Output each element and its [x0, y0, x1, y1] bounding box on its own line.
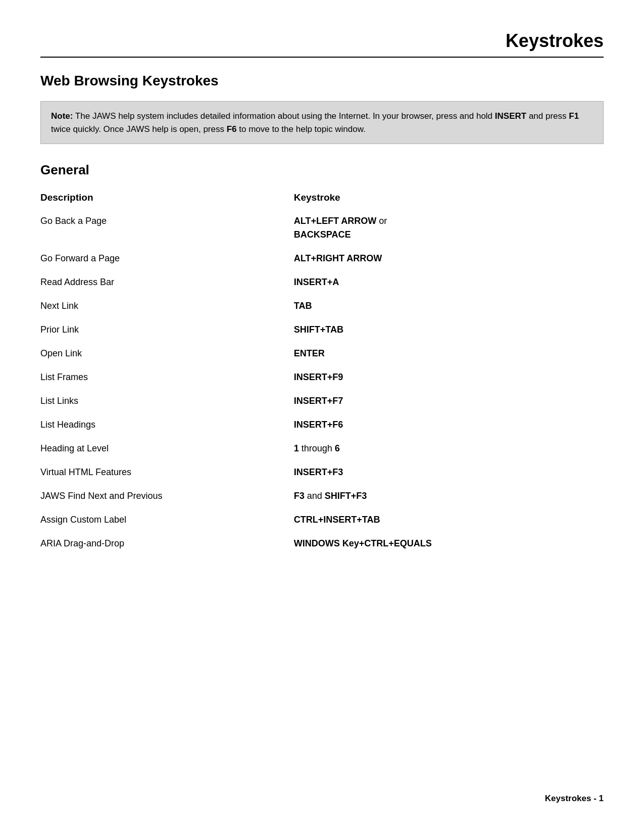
row-description: Go Back a Page: [40, 209, 294, 247]
section-heading: Web Browsing Keystrokes: [40, 73, 604, 89]
row-keystroke: WINDOWS Key+CTRL+EQUALS: [294, 532, 604, 555]
row-description: Heading at Level: [40, 437, 294, 460]
col-keystroke-header: Keystroke: [294, 188, 604, 209]
row-keystroke: SHIFT+TAB: [294, 318, 604, 342]
table-row: Open Link ENTER: [40, 342, 604, 365]
table-row: Go Forward a Page ALT+RIGHT ARROW: [40, 247, 604, 270]
page-number: Keystrokes - 1: [545, 794, 604, 803]
row-keystroke: CTRL+INSERT+TAB: [294, 508, 604, 532]
table-row: Next Link TAB: [40, 294, 604, 318]
row-description: Next Link: [40, 294, 294, 318]
note-label: Note:: [51, 111, 73, 121]
table-row: List Frames INSERT+F9: [40, 365, 604, 389]
general-heading: General: [40, 162, 604, 178]
row-description: List Links: [40, 389, 294, 413]
row-description: Go Forward a Page: [40, 247, 294, 270]
row-description: Virtual HTML Features: [40, 460, 294, 484]
page-footer: Keystrokes - 1: [545, 794, 604, 804]
table-row: JAWS Find Next and Previous F3 and SHIFT…: [40, 484, 604, 508]
table-row: Go Back a Page ALT+LEFT ARROW orBACKSPAC…: [40, 209, 604, 247]
row-keystroke: INSERT+F6: [294, 413, 604, 437]
row-description: List Frames: [40, 365, 294, 389]
row-keystroke: ENTER: [294, 342, 604, 365]
page-title: Keystrokes: [506, 30, 604, 52]
row-description: JAWS Find Next and Previous: [40, 484, 294, 508]
note-box: Note: The JAWS help system includes deta…: [40, 101, 604, 144]
table-row: List Links INSERT+F7: [40, 389, 604, 413]
row-keystroke: ALT+LEFT ARROW orBACKSPACE: [294, 209, 604, 247]
note-text: The JAWS help system includes detailed i…: [51, 111, 579, 134]
row-description: ARIA Drag-and-Drop: [40, 532, 294, 555]
table-header-row: Description Keystroke: [40, 188, 604, 209]
row-keystroke: INSERT+A: [294, 270, 604, 294]
row-keystroke: INSERT+F7: [294, 389, 604, 413]
page-header: Keystrokes: [40, 30, 604, 52]
table-row: Read Address Bar INSERT+A: [40, 270, 604, 294]
row-description: Read Address Bar: [40, 270, 294, 294]
table-row: Heading at Level 1 through 6: [40, 437, 604, 460]
row-keystroke: TAB: [294, 294, 604, 318]
header-divider: [40, 57, 604, 58]
keystrokes-table: Description Keystroke Go Back a Page ALT…: [40, 188, 604, 555]
row-keystroke: F3 and SHIFT+F3: [294, 484, 604, 508]
table-row: Assign Custom Label CTRL+INSERT+TAB: [40, 508, 604, 532]
col-description-header: Description: [40, 188, 294, 209]
table-row: Prior Link SHIFT+TAB: [40, 318, 604, 342]
row-description: Open Link: [40, 342, 294, 365]
row-keystroke: ALT+RIGHT ARROW: [294, 247, 604, 270]
table-row: ARIA Drag-and-Drop WINDOWS Key+CTRL+EQUA…: [40, 532, 604, 555]
row-keystroke: INSERT+F3: [294, 460, 604, 484]
row-description: Prior Link: [40, 318, 294, 342]
row-keystroke: 1 through 6: [294, 437, 604, 460]
table-row: List Headings INSERT+F6: [40, 413, 604, 437]
row-description: List Headings: [40, 413, 294, 437]
row-keystroke: INSERT+F9: [294, 365, 604, 389]
table-row: Virtual HTML Features INSERT+F3: [40, 460, 604, 484]
row-description: Assign Custom Label: [40, 508, 294, 532]
